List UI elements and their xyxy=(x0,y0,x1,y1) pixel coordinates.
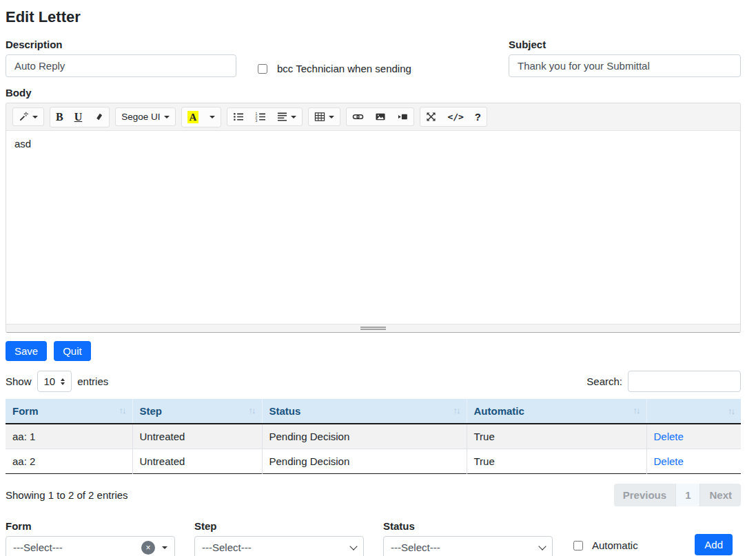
status-select[interactable]: ---Select--- xyxy=(383,536,553,556)
chevron-down-icon xyxy=(291,116,296,119)
subject-field-group: Subject xyxy=(509,39,741,77)
magic-style-button[interactable] xyxy=(13,108,43,125)
sort-icon: ↑↓ xyxy=(633,405,640,415)
subject-input[interactable] xyxy=(509,54,741,77)
help-icon: ? xyxy=(475,111,481,123)
table-grid-icon xyxy=(314,112,325,122)
editor-toolbar: B U Segoe UI A xyxy=(6,103,740,131)
insert-link-button[interactable] xyxy=(347,108,369,125)
video-icon xyxy=(397,112,408,122)
status-select-label: Status xyxy=(383,520,553,532)
insert-picture-button[interactable] xyxy=(369,108,391,125)
chevron-down-icon xyxy=(349,542,357,550)
column-header-automatic[interactable]: Automatic↑↓ xyxy=(467,399,646,424)
table-controls: Show 10 entries Search: xyxy=(6,371,741,392)
entries-label: entries xyxy=(77,375,108,387)
codeview-label: </> xyxy=(447,112,463,122)
search-label: Search: xyxy=(586,375,622,387)
cell-step: Untreated xyxy=(132,424,262,449)
automatic-checkbox-label: Automatic xyxy=(592,539,638,551)
add-entry-form: Form ---Select--- × Step ---Select--- St… xyxy=(6,520,741,556)
cell-automatic: True xyxy=(467,424,646,449)
automatic-checkbox[interactable] xyxy=(573,541,583,550)
delete-link[interactable]: Delete xyxy=(654,455,684,467)
step-select[interactable]: ---Select--- xyxy=(194,536,364,556)
paragraph-align-button[interactable] xyxy=(272,108,302,125)
form-select-label: Form xyxy=(6,520,175,532)
status-select-group: Status ---Select--- xyxy=(383,520,553,556)
cell-action: Delete xyxy=(646,424,741,449)
page-number-button[interactable]: 1 xyxy=(676,484,700,506)
view-group: </> ? xyxy=(420,107,487,127)
cell-status: Pending Decision xyxy=(262,424,467,449)
header-label: Automatic xyxy=(474,405,524,417)
column-header-step[interactable]: Step↑↓ xyxy=(132,399,262,424)
table-info: Showing 1 to 2 of 2 entries xyxy=(6,489,128,501)
table-footer: Showing 1 to 2 of 2 entries Previous 1 N… xyxy=(6,484,741,506)
search-input[interactable] xyxy=(628,371,741,392)
add-button[interactable]: Add xyxy=(695,534,733,555)
resize-grip-icon[interactable] xyxy=(360,326,386,331)
insert-video-button[interactable] xyxy=(391,108,413,125)
bold-button[interactable]: B xyxy=(50,107,69,127)
fullscreen-arrows-icon xyxy=(426,112,436,122)
fontname-button[interactable]: Segoe UI xyxy=(116,108,174,125)
ordered-list-button[interactable]: 1 2 3 xyxy=(249,108,272,125)
next-page-button[interactable]: Next xyxy=(700,484,741,506)
letters-table: Form↑↓ Step↑↓ Status↑↓ Automatic↑↓ ↑↓ aa… xyxy=(6,399,741,474)
font-color-icon: A xyxy=(187,111,199,123)
codeview-button[interactable]: </> xyxy=(442,107,469,126)
save-button[interactable]: Save xyxy=(6,341,47,361)
chevron-down-icon xyxy=(32,116,38,119)
subject-label: Subject xyxy=(509,39,741,50)
sort-icon: ↑↓ xyxy=(249,405,255,415)
cell-step: Untreated xyxy=(132,449,262,474)
previous-page-button[interactable]: Previous xyxy=(614,484,676,506)
underline-button[interactable]: U xyxy=(69,107,88,127)
chevron-down-icon xyxy=(210,116,215,119)
description-field-group: Description xyxy=(6,39,236,77)
column-header-actions[interactable]: ↑↓ xyxy=(646,399,741,424)
step-select-label: Step xyxy=(194,520,364,532)
bcc-checkbox[interactable] xyxy=(258,64,267,74)
column-header-status[interactable]: Status↑↓ xyxy=(262,399,467,424)
step-select-group: Step ---Select--- xyxy=(194,520,364,556)
bold-label: B xyxy=(56,111,63,123)
clear-selection-icon[interactable]: × xyxy=(141,541,155,555)
clear-format-button[interactable] xyxy=(88,107,109,127)
eraser-icon xyxy=(93,112,103,122)
header-label: Status xyxy=(269,405,301,417)
body-label: Body xyxy=(6,87,741,99)
chevron-down-icon xyxy=(164,116,170,119)
search-group: Search: xyxy=(586,371,741,392)
insert-table-button[interactable] xyxy=(309,108,340,125)
font-style-group: B U xyxy=(50,107,110,127)
help-button[interactable]: ? xyxy=(469,107,487,126)
column-header-form[interactable]: Form↑↓ xyxy=(6,399,132,424)
fullscreen-button[interactable] xyxy=(420,107,442,126)
editor-statusbar xyxy=(6,324,740,332)
page-length-value: 10 xyxy=(44,375,56,387)
sort-icon: ↑↓ xyxy=(728,406,734,416)
bullet-list-icon xyxy=(233,112,244,122)
chevron-down-icon xyxy=(162,546,167,549)
editor-content[interactable]: asd xyxy=(6,131,740,324)
description-input[interactable] xyxy=(6,54,236,77)
automatic-checkbox-group: Automatic xyxy=(573,539,638,551)
cell-form: aa: 2 xyxy=(6,449,132,474)
font-color-button[interactable]: A xyxy=(182,107,205,127)
rich-text-editor: B U Segoe UI A xyxy=(6,103,741,333)
delete-link[interactable]: Delete xyxy=(654,431,684,442)
svg-text:3: 3 xyxy=(256,119,258,122)
unordered-list-button[interactable] xyxy=(227,108,249,125)
color-dropdown-button[interactable] xyxy=(204,107,221,127)
top-form-row: Description bcc Technician when sending … xyxy=(6,39,741,77)
form-select[interactable]: ---Select--- × xyxy=(6,536,175,556)
cell-action: Delete xyxy=(646,449,741,474)
description-label: Description xyxy=(6,39,236,50)
header-label: Step xyxy=(140,405,163,417)
quit-button[interactable]: Quit xyxy=(54,341,91,361)
page-length-select[interactable]: 10 xyxy=(37,371,72,392)
table-row: aa: 2 Untreated Pending Decision True De… xyxy=(6,449,741,474)
chevron-down-icon xyxy=(329,116,334,119)
